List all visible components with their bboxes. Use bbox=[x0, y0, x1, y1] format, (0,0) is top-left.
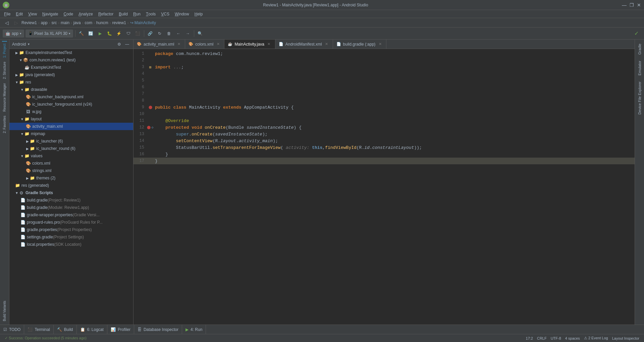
breadcrumb-app[interactable]: app bbox=[41, 20, 48, 25]
bottom-tab-terminal[interactable]: ⬛ Terminal bbox=[24, 325, 53, 334]
tree-item-activity-main-xml[interactable]: 🎨 activity_main.xml bbox=[9, 123, 133, 130]
debug-button[interactable]: 🐛 bbox=[106, 30, 114, 38]
tree-item-layout[interactable]: ▼ 📁 layout bbox=[9, 115, 133, 123]
tab-colors-xml[interactable]: 🎨 colors.xml ✕ bbox=[185, 40, 224, 49]
menu-navigate[interactable]: Navigate bbox=[40, 10, 61, 18]
tree-view[interactable]: ▶ 📁 ExampleInstrumentedTest ▼ 📦 com.hunc… bbox=[9, 49, 133, 325]
menu-view[interactable]: View bbox=[25, 10, 40, 18]
menu-file[interactable]: File bbox=[1, 10, 13, 18]
tree-item-settings-gradle[interactable]: 📄 settings.gradle (Project Settings) bbox=[9, 233, 133, 241]
sidebar-emulator-tab[interactable]: Emulator bbox=[637, 58, 642, 78]
tree-item-themes[interactable]: ▶ 📁 themes (2) bbox=[9, 174, 133, 182]
make-project-button[interactable]: 🔨 bbox=[77, 30, 86, 38]
run-button[interactable]: ▶ bbox=[96, 30, 104, 38]
breadcrumb-main[interactable]: main bbox=[61, 20, 69, 25]
tree-item-res-gen[interactable]: 📁 res (generated) bbox=[9, 182, 133, 189]
menu-code[interactable]: Code bbox=[61, 10, 76, 18]
status-layout-inspector[interactable]: Layout Inspector bbox=[610, 334, 641, 342]
menu-run[interactable]: Run bbox=[130, 10, 143, 18]
status-position[interactable]: 17:2 bbox=[524, 334, 535, 342]
menu-help[interactable]: Help bbox=[192, 10, 206, 18]
tree-item-local-props[interactable]: 📄 local.properties (SDK Location) bbox=[9, 241, 133, 248]
tab-androidmanifest-xml[interactable]: 📄 AndroidManifest.xml ✕ bbox=[275, 40, 333, 49]
menu-vcs[interactable]: VCS bbox=[158, 10, 172, 18]
tree-item-res[interactable]: ▼ 📁 res bbox=[9, 78, 133, 86]
sidebar-item-favorites[interactable]: 2: Favorites bbox=[2, 114, 7, 135]
tree-item-build-gradle-project[interactable]: 📄 build.gradle (Project: Review1) bbox=[9, 196, 133, 204]
tree-item-wjpg[interactable]: 🖼 w.jpg bbox=[9, 108, 133, 115]
fold-icon[interactable]: ⊞ bbox=[149, 65, 152, 69]
code-editor[interactable]: 1 package com.huncm.review1; 2 3 ⊞ impor… bbox=[133, 49, 635, 325]
menu-edit[interactable]: Edit bbox=[13, 10, 25, 18]
breadcrumb-review1-pkg[interactable]: review1 bbox=[112, 20, 126, 25]
tree-item-unit-test[interactable]: ☕ ExampleUnitTest bbox=[9, 64, 133, 71]
stop-button[interactable]: ⬛ bbox=[134, 30, 142, 38]
status-event-log[interactable]: ⚠ 2 Event Log bbox=[582, 334, 610, 342]
minimize-button[interactable]: — bbox=[622, 3, 627, 7]
tab-mainactivity-java[interactable]: ☕ MainActivity.java ✕ bbox=[224, 40, 275, 49]
sidebar-gradle-tab[interactable]: Gradle bbox=[637, 41, 642, 57]
breadcrumb-src[interactable]: src bbox=[51, 20, 57, 25]
tree-item-instrumented-test[interactable]: ▶ 📁 ExampleInstrumentedTest bbox=[9, 49, 133, 56]
sidebar-item-project[interactable]: 1: Project bbox=[2, 41, 7, 60]
menu-window[interactable]: Window bbox=[172, 10, 192, 18]
tree-item-ic-launcher-round[interactable]: ▶ 📁 ic_launcher_round (6) bbox=[9, 145, 133, 152]
run-config-selector[interactable]: 🤖 app ▾ bbox=[3, 30, 24, 38]
sidebar-item-build-variants[interactable]: Build Variants bbox=[2, 299, 7, 323]
forward-button[interactable]: → bbox=[184, 30, 192, 38]
bottom-tab-build[interactable]: 🔨 Build bbox=[54, 325, 77, 334]
tab-close-button[interactable]: ✕ bbox=[215, 42, 221, 47]
tree-item-ic-launcher-bg[interactable]: 🎨 ic_launcher_background.xml bbox=[9, 93, 133, 101]
maximize-button[interactable]: ❐ bbox=[629, 3, 634, 7]
tree-item-colors-xml[interactable]: 🎨 colors.xml bbox=[9, 160, 133, 167]
breadcrumb-com[interactable]: com bbox=[85, 20, 92, 25]
menu-refactor[interactable]: Refactor bbox=[96, 10, 116, 18]
tree-item-java-gen[interactable]: ▶ 📁 java (generated) bbox=[9, 71, 133, 78]
nav-back-button[interactable]: ◁ bbox=[3, 19, 11, 27]
tab-close-button[interactable]: ✕ bbox=[266, 42, 272, 47]
coverage-button[interactable]: 🛡 bbox=[124, 30, 132, 38]
sidebar-item-resource-manager[interactable]: Resource Manager bbox=[2, 81, 7, 114]
breadcrumb-review1[interactable]: Review1 bbox=[21, 20, 37, 25]
bottom-tab-logcat[interactable]: 📋 6: Logcat bbox=[77, 325, 107, 334]
breadcrumb-mainactivity[interactable]: ↪ MainActivity bbox=[130, 20, 156, 25]
nav-forward-button[interactable]: ▷ bbox=[12, 19, 20, 27]
attach-debugger-button[interactable]: 🔗 bbox=[146, 30, 154, 38]
close-button[interactable]: ✕ bbox=[637, 3, 641, 7]
tree-item-values[interactable]: ▼ 📁 values bbox=[9, 152, 133, 160]
tree-item-gradle-props[interactable]: 📄 gradle.properties (Project Properties) bbox=[9, 226, 133, 233]
sidebar-item-structure[interactable]: 2: Structure bbox=[2, 60, 7, 81]
tree-item-proguard[interactable]: 📄 proguard-rules.pro (ProGuard Rules for… bbox=[9, 219, 133, 226]
bottom-tab-profiler[interactable]: 📊 Profiler bbox=[107, 325, 134, 334]
tree-item-gradle-wrapper-props[interactable]: 📄 gradle-wrapper.properties (Gradle Vers… bbox=[9, 211, 133, 219]
status-encoding[interactable]: UTF-8 bbox=[549, 334, 563, 342]
tree-item-ic-launcher[interactable]: ▶ 📁 ic_launcher (6) bbox=[9, 137, 133, 145]
search-everywhere-button[interactable]: 🔍 bbox=[196, 30, 204, 38]
breadcrumb-java[interactable]: java bbox=[73, 20, 81, 25]
tree-item-mipmap[interactable]: ▼ 📁 mipmap bbox=[9, 130, 133, 137]
tree-item-test-package[interactable]: ▼ 📦 com.huncm.review1 (test) bbox=[9, 56, 133, 64]
bottom-tab-todo[interactable]: ☑ TODO bbox=[0, 325, 24, 334]
tab-close-button[interactable]: ✕ bbox=[377, 42, 383, 47]
tree-item-gradle-scripts[interactable]: ▼ ⚙ Gradle Scripts bbox=[9, 189, 133, 196]
menu-build[interactable]: Build bbox=[116, 10, 130, 18]
tab-build-gradle-app[interactable]: 📄 build.gradle (:app) ✕ bbox=[333, 40, 387, 49]
sync-button[interactable]: 🔄 bbox=[87, 30, 95, 38]
status-line-ending[interactable]: CRLF bbox=[535, 334, 549, 342]
project-panel-dropdown-icon[interactable]: ▾ bbox=[28, 42, 30, 46]
menu-tools[interactable]: Tools bbox=[143, 10, 158, 18]
menu-analyze[interactable]: Analyze bbox=[76, 10, 96, 18]
tab-close-button[interactable]: ✕ bbox=[324, 42, 329, 47]
tab-activity-main-xml[interactable]: 🎨 activity_main.xml ✕ bbox=[133, 40, 185, 49]
bottom-tab-run[interactable]: ▶ 4: Run bbox=[182, 325, 206, 334]
status-indent[interactable]: 4 spaces bbox=[563, 334, 582, 342]
bottom-tab-database-inspector[interactable]: 🗄 Database Inspector bbox=[134, 325, 182, 334]
tab-close-button[interactable]: ✕ bbox=[176, 42, 181, 47]
tree-item-drawable[interactable]: ▼ 📁 drawable bbox=[9, 86, 133, 93]
invalidate-button[interactable]: 🗑 bbox=[165, 30, 173, 38]
device-selector[interactable]: 📱 Pixel 3a XL API 30 ▾ bbox=[25, 30, 73, 38]
breadcrumb-huncm[interactable]: huncm bbox=[96, 20, 108, 25]
back-button[interactable]: ← bbox=[174, 30, 182, 38]
sidebar-device-file-explorer-tab[interactable]: Device File Explorer bbox=[637, 79, 642, 117]
profile-button[interactable]: ⚡ bbox=[115, 30, 123, 38]
